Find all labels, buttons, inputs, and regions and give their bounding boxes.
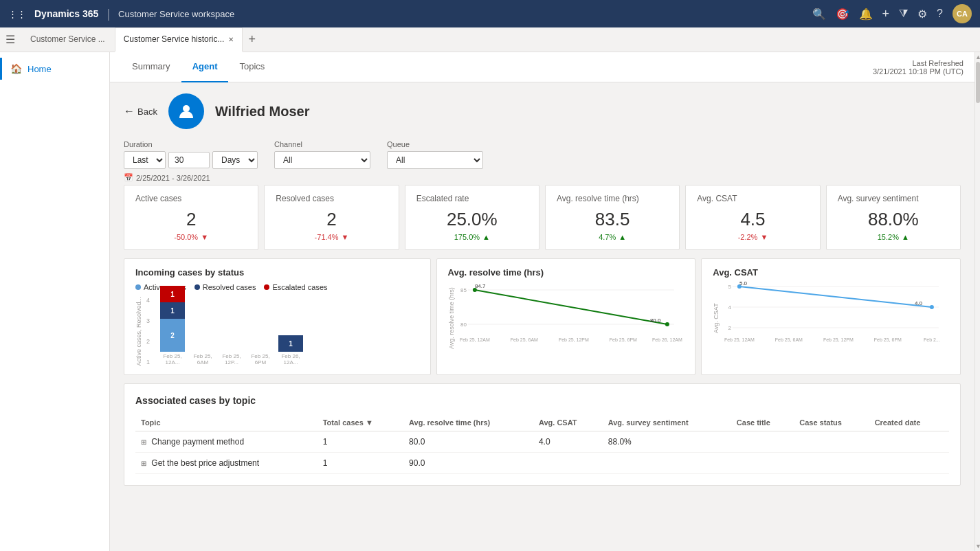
expand-icon[interactable]: ⊞ [141,438,146,446]
tab-summary-label: Summary [132,61,170,71]
kpi-active-cases: Active cases 2 -50.0% ▼ [124,185,258,250]
table-row: ⊞ Get the best price adjustment 1 90.0 [135,452,949,473]
user-avatar[interactable]: CA [953,4,972,23]
back-button[interactable]: ← Back [124,105,157,117]
grid-icon[interactable]: ⋮⋮ [8,9,26,19]
legend-resolved-label: Resolved cases [203,283,256,291]
settings-icon[interactable]: ⚙ [917,8,927,21]
legend-escalated: Escalated cases [264,283,327,291]
duration-unit-select[interactable]: Days [212,151,258,169]
calendar-icon: 📅 [124,173,133,182]
arrow-down-icon: ▼ [760,233,768,241]
chart-title: Avg. resolve time (hrs) [448,267,684,278]
channel-select[interactable]: All [274,151,370,169]
sidebar-item-home[interactable]: 🏠 Home [0,58,109,80]
svg-text:80: 80 [460,322,466,328]
bar-group-5: 1 Feb 26, 12A... [277,297,304,366]
bar-resolved-5: 1 [278,335,303,352]
kpi-avg-survey-sentiment: Avg. survey sentiment 88.0% 15.2% ▲ [826,185,961,250]
svg-text:Feb 25, 12AM: Feb 25, 12AM [724,337,755,342]
svg-point-21 [930,305,934,309]
content-area: Summary Agent Topics Last Refreshed 3/21… [110,52,975,551]
bar-group-3: Feb 25, 12P... [219,297,244,366]
channel-label: Channel [274,140,370,148]
cell-topic: ⊞ Get the best price adjustment [135,452,318,473]
svg-text:Feb 25, 6AM: Feb 25, 6AM [775,337,803,342]
chart-title: Incoming cases by status [135,267,419,278]
sidebar: 🏠 Home [0,52,110,551]
queue-select[interactable]: All [387,151,483,169]
sort-icon[interactable]: ▼ [366,418,373,427]
tab-bar: ☰ Customer Service ... Customer Service … [0,27,980,52]
duration-number-input[interactable] [168,152,210,168]
tab-summary[interactable]: Summary [121,52,181,82]
tab-agent[interactable]: Agent [181,52,229,82]
bell-icon[interactable]: 🔔 [859,8,873,21]
duration-preset-select[interactable]: Last [124,151,166,169]
main-layout: 🏠 Home Summary Agent Topics Last Refresh… [0,52,980,551]
kpi-title: Resolved cases [276,194,387,203]
col-case-status: Case status [794,414,869,431]
svg-text:Feb 25, 12PM: Feb 25, 12PM [558,337,588,342]
csat-svg: 5 4 2 5.0 4.0 [722,283,949,352]
bar-group-4: Feb 25, 6PM [248,297,273,366]
expand-icon[interactable]: ⊞ [141,460,146,467]
kpi-value: 4.5 [697,209,808,230]
csat-chart-body: Avg. CSAT 5 4 2 [713,283,949,354]
scrollbar-thumb[interactable] [976,62,980,103]
cell-total-cases: 1 [318,452,403,473]
scroll-up[interactable]: ▲ [975,52,980,60]
hamburger-menu[interactable]: ☰ [5,33,21,46]
incoming-cases-chart: Incoming cases by status Active cases Re… [124,258,431,375]
help-icon[interactable]: ? [937,8,943,20]
right-scrollbar[interactable]: ▲ ▼ [975,52,980,551]
kpi-value: 2 [276,209,387,230]
tab-topics[interactable]: Topics [228,52,276,82]
arrow-up-icon: ▲ [902,233,909,241]
cell-avg-csat: 4.0 [533,431,603,452]
resolve-time-svg: 85 80 84.7 80.0 F [458,283,684,352]
bar-label: Feb 26, 12A... [277,353,304,366]
brand-name: Dynamics 365 [34,8,98,19]
kpi-delta: 4.7% ▲ [557,233,668,241]
legend-dot-active [135,284,141,290]
kpi-title: Avg. resolve time (hrs) [557,194,668,203]
nav-separator: | [107,7,110,21]
queue-label: Queue [387,140,483,148]
svg-text:Feb 25, 12AM: Feb 25, 12AM [459,337,489,342]
col-topic: Topic [135,414,318,431]
search-icon[interactable]: 🔍 [812,8,826,21]
kpi-avg-csat: Avg. CSAT 4.5 -2.2% ▼ [685,185,820,250]
add-tab-button[interactable]: + [244,32,260,47]
date-range-value: 2/25/2021 - 3/26/2021 [136,174,210,182]
bar-label: Feb 25, 12A... [159,353,186,366]
app-name: Customer Service workspace [118,9,234,19]
bar-group-2: Feb 25, 6AM [190,297,215,366]
kpi-resolved-cases: Resolved cases 2 -71.4% ▼ [264,185,399,250]
cell-created-date [869,452,949,473]
svg-text:4: 4 [728,304,732,311]
bar-resolved: 1 [160,302,185,319]
cell-total-cases: 1 [318,431,403,452]
kpi-delta: 175.0% ▲ [416,233,528,241]
cell-case-status [794,431,869,452]
bars-container: 1 1 2 Feb 25, 12A... Feb 25, 6AM [145,297,419,366]
filter-icon[interactable]: ⧩ [899,8,908,20]
home-icon: 🏠 [10,63,22,74]
top-nav-right: 🔍 🎯 🔔 + ⧩ ⚙ ? CA [812,4,972,23]
brand-logo: Dynamics 365 [34,8,98,19]
kpi-delta: 15.2% ▲ [838,233,949,241]
kpi-delta: -2.2% ▼ [697,233,808,241]
tab-customer-service-historic[interactable]: Customer Service historic... ✕ [115,27,243,52]
kpi-title: Avg. survey sentiment [838,194,949,203]
bar-segments: 1 1 2 [160,286,185,352]
kpi-row: Active cases 2 -50.0% ▼ Resolved cases 2… [124,185,961,250]
date-range: 📅 2/25/2021 - 3/26/2021 [124,173,258,182]
scroll-down[interactable]: ▼ [975,543,980,551]
tab-close-icon[interactable]: ✕ [228,36,234,43]
add-icon[interactable]: + [882,7,890,21]
legend-resolved: Resolved cases [194,283,256,291]
target-icon[interactable]: 🎯 [836,8,849,21]
tab-customer-service[interactable]: Customer Service ... [22,27,113,52]
bar-chart-area: 4321 1 1 2 [145,297,419,366]
